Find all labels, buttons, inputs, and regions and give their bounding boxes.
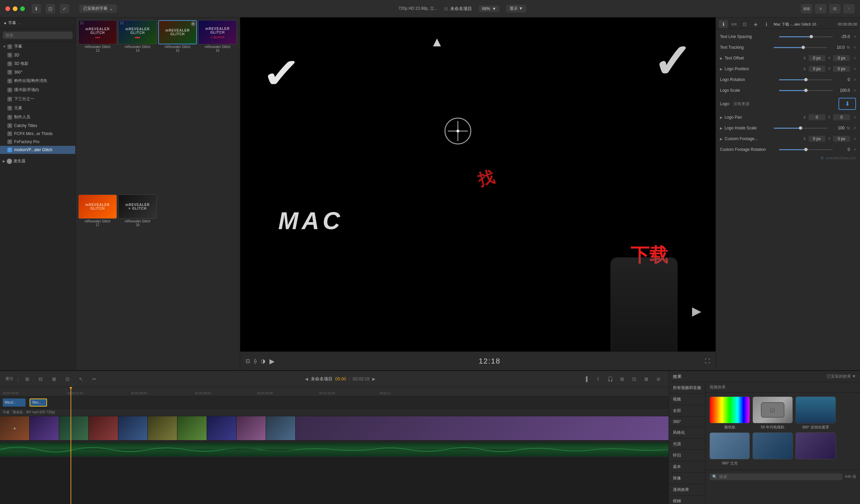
cat-retro[interactable]: 怀旧 [669,450,705,461]
grid-item-17[interactable]: mREVEALERGLITCH mRevealer Glitch17 [78,195,117,368]
tl-export-btn[interactable]: ⊡ [630,375,639,383]
sidebar-item-catchy-titles[interactable]: T Catchy Titles [0,121,75,130]
effects-filter[interactable]: 已安装的效果 ▼ [827,374,856,379]
media-import-icon[interactable]: ⬇ [32,4,41,13]
effect-50s-tv[interactable]: ◱ 50 年代电视机 [752,397,793,430]
cat-all[interactable]: 全部 [669,405,705,417]
logo-scale-reset[interactable]: ↺ [853,89,856,92]
text-line-spacing-slider[interactable] [779,36,833,37]
cat-video[interactable]: 视频 [669,394,705,405]
tl-mute-btn[interactable]: ⊘ [654,375,663,383]
sidebar-item-element[interactable]: T 元素 [0,103,75,113]
cat-stylize[interactable]: 风格化 [669,427,705,438]
sidebar-section-generator[interactable]: ▶ ○ 发生器 [0,157,75,165]
custom-footage-y[interactable]: 0 px [833,136,850,142]
text-offset-y[interactable]: 0 px [833,55,850,61]
sidebar-item-credits[interactable]: T 制作人员 [0,113,75,121]
tl-audio-waveform[interactable]: ⌇ [593,375,603,383]
logo-pan-expand[interactable]: ▶ [720,116,722,119]
tab-info[interactable]: ℹ [762,20,771,28]
tl-layout-btn[interactable]: ⊡ [63,375,72,383]
sidebar-item-motionvf[interactable]: T motionVF...aler Glitch [0,146,75,154]
grid-item-18[interactable]: mREVEALER× GLITCH mRevealer Glitch18 [118,195,157,368]
timeline-icon[interactable]: ≡ [815,4,827,13]
logo-inside-scale-reset[interactable]: ↺ [853,126,856,130]
logo-pan-x[interactable]: 0 [808,114,826,120]
cat-all-av[interactable]: 所有视频和音频 [669,383,705,394]
effect-5[interactable] [752,432,793,466]
clip-macd[interactable]: Macd... [3,399,26,406]
play-button[interactable]: ▶ [269,357,274,365]
grid-item-12[interactable]: 12 mREVEALERGLITCH ■■■ mRevealer Glitch1… [118,20,157,193]
effects-search-input[interactable] [719,474,840,479]
tl-remove-btn[interactable]: ⊟ [36,375,45,383]
fit-icon[interactable]: ⊡ [246,358,250,364]
color-icon[interactable]: ◑ [261,358,266,364]
custom-footage-expand[interactable]: ▶ [720,137,722,141]
cat-light[interactable]: 光源 [669,438,705,450]
logo-position-y[interactable]: 0 px [833,66,850,72]
share-icon[interactable]: ⊡ [46,4,55,13]
installed-captions-dropdown[interactable]: 已安装的字幕 ⌄ [79,4,117,13]
tab-audio[interactable]: ≡≡ [729,20,739,28]
tl-blade-btn[interactable]: ✂ [90,375,99,383]
tl-prev-arrow[interactable]: ◀ [305,377,308,381]
tl-grid-view[interactable]: ⊞ [617,375,627,383]
tl-headphone[interactable]: 🎧 [605,375,615,383]
sidebar-section-zimou[interactable]: ▼ T 字幕 [0,42,75,51]
fullscreen-icon[interactable]: ⛶ [705,358,710,364]
zoom-control[interactable]: 68% ▼ [479,5,500,12]
tl-add-btn[interactable]: ⊞ [23,375,32,383]
cat-cartoon[interactable]: 漫画效果 [669,484,705,495]
inspector-toggle[interactable]: ⊟ [829,4,841,13]
tl-snap-btn[interactable]: ⊠ [642,375,651,383]
logo-rotation-reset[interactable]: ↺ [853,78,856,82]
cat-keying[interactable]: 抠像 [669,473,705,484]
tl-cursor-btn[interactable]: ↖ [76,375,86,383]
text-tracking-reset[interactable]: ↺ [853,46,856,49]
search-input[interactable] [3,32,73,39]
logo-position-reset[interactable]: ↺ [853,67,856,71]
sidebar-item-360[interactable]: T 360° [0,68,75,76]
cat-basic[interactable]: 基本 [669,461,705,473]
share-export-icon[interactable]: ↑ [843,4,855,13]
transform-icon[interactable]: ⟠ [254,358,257,364]
tl-next-arrow[interactable]: ▶ [372,377,375,381]
logo-position-expand[interactable]: ▶ [720,67,722,71]
grid-item-15[interactable]: ✕ mREVEALERGLITCH mRevealer Glitch15 [158,20,197,193]
sidebar-item-bumper[interactable]: T 缓冲器/开场白 [0,85,75,95]
logo-rotation-slider[interactable] [779,79,833,80]
minimize-button[interactable] [13,6,17,11]
effect-color-board[interactable]: 颜色板 [710,397,750,430]
grid-item-16[interactable]: mREVEALERGLITCH × GLITCH mRevealer Glitc… [198,20,237,193]
logo-pan-reset[interactable]: ↺ [853,116,856,119]
logo-download-button[interactable]: ⬇ [838,98,856,110]
sidebar-collapse-icon[interactable]: ■ [4,21,6,25]
effect-6[interactable] [796,432,836,466]
text-line-spacing-reset[interactable]: ↺ [853,35,856,39]
sidebar-item-3d[interactable]: T 3D [0,51,75,59]
effects-search-bar[interactable]: 🔍 [710,473,843,480]
text-offset-reset[interactable]: ↺ [853,56,856,60]
effect-360-unsharp[interactable]: 360° 反锐化遮罩 [796,397,836,430]
sidebar-item-fcpx-mini[interactable]: T FCPX Mini...er Thirds [0,130,75,138]
logo-scale-slider[interactable] [779,90,833,91]
text-tracking-slider[interactable] [774,47,828,48]
custom-footage-reset[interactable]: ↺ [853,137,856,141]
tl-audio-meter[interactable]: ▐ [581,375,591,383]
text-offset-x[interactable]: 0 px [808,55,826,61]
logo-inside-scale-slider[interactable] [774,128,828,129]
sidebar-item-build[interactable]: T 构件出现/构件消失 [0,76,75,85]
custom-footage-x[interactable]: 0 px [808,136,826,142]
library-icon[interactable]: ⊞⊞ [801,4,812,13]
cat-360[interactable]: 360° [669,417,705,427]
check-icon[interactable]: ✓ [60,4,69,13]
custom-footage-rotation-slider[interactable] [779,149,833,150]
text-offset-expand[interactable]: ▶ [720,56,722,60]
tl-grid-btn[interactable]: ⊠ [49,375,59,383]
sidebar-item-fxfactory[interactable]: T FxFactory Pro [0,138,75,146]
grid-item-11[interactable]: 11 mREVEALERGLITCH ●●● mRevealer Glitch1… [78,20,117,193]
close-button[interactable] [5,6,10,11]
logo-inside-scale-expand[interactable]: ▶ [720,126,722,130]
tab-video[interactable]: ⊡ [740,20,749,28]
